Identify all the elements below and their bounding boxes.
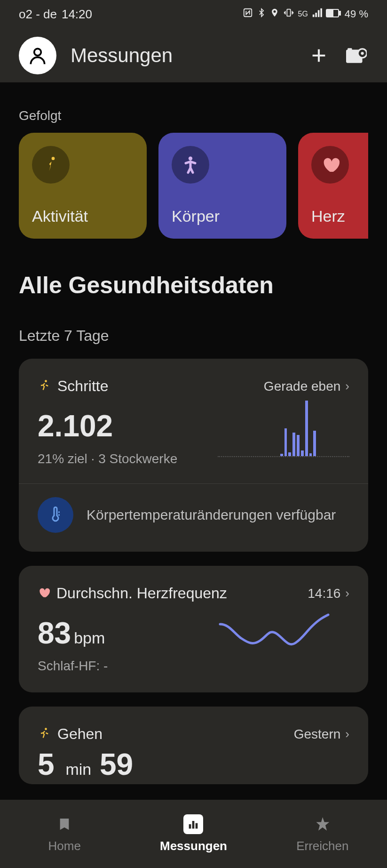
nfc-icon: [243, 8, 253, 21]
nav-label: Erreichen: [296, 839, 348, 853]
svg-rect-7: [348, 48, 352, 51]
thermometer-icon: [38, 497, 73, 533]
steps-subtext: 21% ziel · 3 Stockwerke: [38, 451, 177, 466]
tile-label: Aktivität: [32, 207, 134, 225]
card-timestamp: Gerade eben: [264, 379, 340, 394]
heart-rate-card[interactable]: Durchschn. Herzfrequenz 14:16 › 83bpm Sc…: [19, 566, 368, 692]
add-button[interactable]: [307, 44, 331, 67]
steps-sparkline: [218, 401, 349, 466]
page-title: Messungen: [71, 44, 293, 67]
running-icon: [32, 146, 70, 184]
range-label: Letzte 7 Tage: [19, 327, 368, 345]
svg-point-9: [361, 52, 363, 55]
notice-text: Körpertemperaturänderungen verfügbar: [87, 505, 336, 525]
tile-body[interactable]: Körper: [158, 133, 286, 239]
all-data-title: Alle Gesundheitsdaten: [19, 272, 368, 299]
running-icon: [38, 379, 51, 394]
signal-icon: [312, 8, 322, 21]
nav-measurements[interactable]: Messungen: [129, 800, 258, 868]
nav-home[interactable]: Home: [0, 800, 129, 868]
card-title: Schritte: [57, 378, 108, 395]
heart-value: 83bpm: [38, 618, 108, 648]
svg-rect-4: [340, 11, 341, 15]
card-timestamp: 14:16: [308, 586, 340, 601]
status-time: 14:20: [62, 7, 92, 22]
svg-point-11: [189, 157, 192, 161]
followed-label: Gefolgt: [19, 108, 368, 123]
heart-icon: [311, 146, 349, 184]
svg-rect-15: [192, 821, 195, 828]
chevron-right-icon: ›: [345, 379, 349, 394]
tile-heart[interactable]: Herz: [298, 133, 368, 239]
bottom-nav: Home Messungen Erreichen: [0, 800, 387, 868]
walk-value: 5 min 59: [38, 749, 349, 780]
chevron-right-icon: ›: [345, 586, 349, 601]
card-title: Durchschn. Herzfrequenz: [56, 585, 227, 602]
profile-avatar[interactable]: [19, 37, 56, 74]
heart-subtext: Schlaf-HF: -: [38, 659, 108, 674]
nav-label: Messungen: [160, 839, 227, 853]
battery-icon: [326, 8, 341, 20]
content-area: Gefolgt Aktivität Körper Herz Alle Gesun…: [0, 108, 387, 784]
status-bar: o2 - de 14:20 5G 49 %: [0, 0, 387, 28]
svg-point-13: [45, 728, 47, 730]
tile-label: Herz: [311, 207, 368, 225]
temperature-notice[interactable]: Körpertemperaturänderungen verfügbar: [38, 497, 349, 533]
location-icon: [270, 8, 279, 21]
svg-rect-1: [287, 9, 290, 16]
card-title: Gehen: [57, 725, 103, 743]
heart-icon: [38, 587, 50, 601]
nav-label: Home: [48, 839, 80, 853]
battery-text: 49 %: [345, 8, 368, 20]
svg-rect-14: [189, 824, 191, 828]
tile-label: Körper: [172, 207, 273, 225]
followed-tiles: Aktivität Körper Herz: [19, 133, 368, 239]
network-5g-icon: 5G: [298, 10, 308, 18]
svg-rect-3: [327, 10, 333, 16]
svg-point-12: [45, 380, 47, 382]
svg-point-5: [34, 48, 41, 56]
vibrate-icon: [283, 8, 294, 21]
device-scan-button[interactable]: [345, 44, 368, 67]
chart-icon: [183, 814, 203, 834]
star-icon: [313, 814, 332, 834]
chevron-right-icon: ›: [345, 727, 349, 741]
walking-card[interactable]: Gehen Gestern › 5 min 59: [19, 707, 368, 784]
steps-card[interactable]: Schritte Gerade eben › 2.102 21% ziel · …: [19, 359, 368, 552]
bookmark-icon: [55, 814, 74, 834]
divider: [19, 483, 368, 484]
app-header: Messungen: [0, 28, 387, 82]
carrier-text: o2 - de: [19, 7, 57, 22]
tile-activity[interactable]: Aktivität: [19, 133, 147, 239]
card-timestamp: Gestern: [294, 727, 341, 742]
bluetooth-icon: [257, 8, 266, 21]
body-icon: [172, 146, 209, 184]
svg-point-10: [52, 157, 55, 160]
running-icon: [38, 727, 51, 742]
svg-rect-16: [196, 823, 198, 829]
steps-value: 2.102: [38, 411, 177, 441]
heart-sparkline: [218, 608, 349, 674]
nav-achieve[interactable]: Erreichen: [258, 800, 387, 868]
